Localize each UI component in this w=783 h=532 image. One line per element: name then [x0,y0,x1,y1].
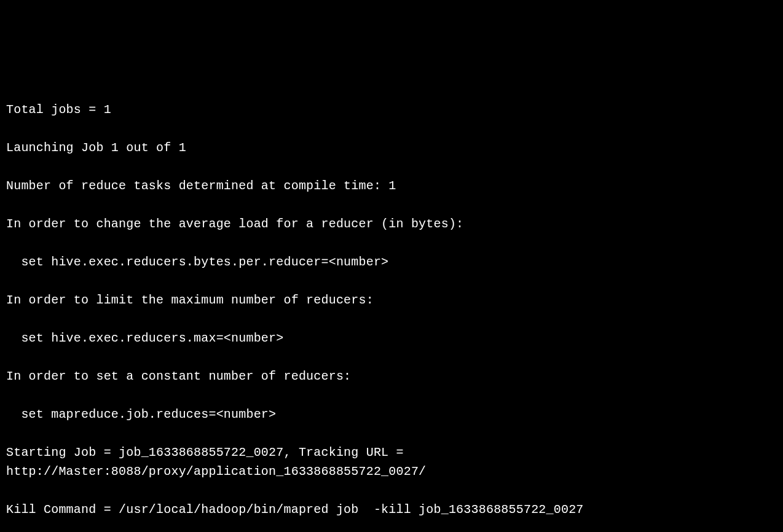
terminal-line: Kill Command = /usr/local/hadoop/bin/map… [6,500,777,519]
terminal-line: In order to limit the maximum number of … [6,291,777,310]
terminal-line: set hive.exec.reducers.max=<number> [6,329,777,348]
terminal-line: Launching Job 1 out of 1 [6,138,777,157]
terminal-line: In order to change the average load for … [6,214,777,233]
terminal-line: Number of reduce tasks determined at com… [6,176,777,195]
terminal-output[interactable]: Total jobs = 1 Launching Job 1 out of 1 … [6,81,777,532]
terminal-line: set mapreduce.job.reduces=<number> [6,405,777,424]
terminal-line: Total jobs = 1 [6,100,777,119]
terminal-line: In order to set a constant number of red… [6,367,777,386]
terminal-line: Starting Job = job_1633868855722_0027, T… [6,443,777,481]
terminal-line: set hive.exec.reducers.bytes.per.reducer… [6,252,777,272]
